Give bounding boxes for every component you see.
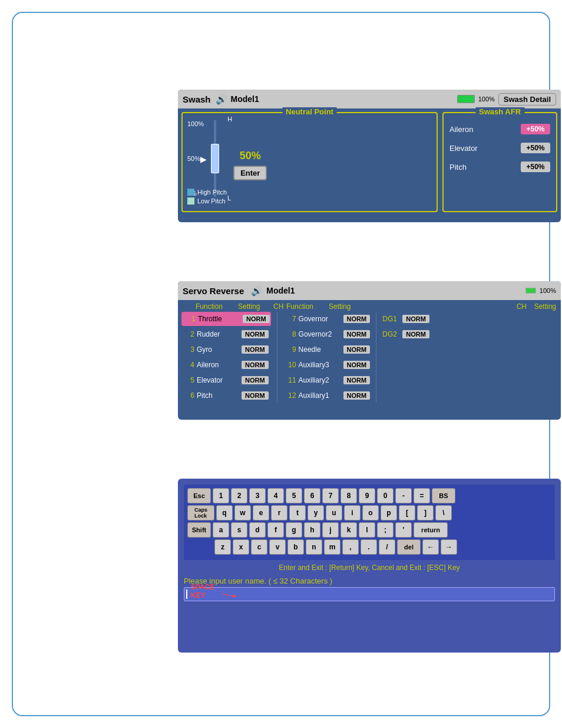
enter-button[interactable]: Enter [233,166,267,180]
key-n[interactable]: n [306,539,322,555]
key-rbracket[interactable]: ] [417,505,434,521]
key-minus[interactable]: - [395,488,412,503]
table-row[interactable]: 9 Needle NORM [283,342,371,357]
key-g[interactable]: g [286,522,302,538]
setting-dg2[interactable]: NORM [402,330,429,338]
p2-separator-2 [376,312,376,403]
key-0[interactable]: 0 [377,488,394,503]
ch-header-1 [183,302,196,311]
key-1[interactable]: 1 [213,488,229,503]
dg2-row[interactable]: DG2 NORM [382,327,429,341]
setting-rudder[interactable]: NORM [242,330,269,338]
key-slash[interactable]: / [379,539,395,555]
key-lbracket[interactable]: [ [399,505,415,521]
table-row[interactable]: 8 Governor2 NORM [283,327,371,341]
shift-key[interactable]: Shift [187,522,211,538]
bs-key[interactable]: BS [432,488,455,503]
key-x[interactable]: x [233,539,249,555]
capslock-key[interactable]: CapsLock [187,505,214,521]
key-semicolon[interactable]: ; [377,522,394,538]
setting-gyro[interactable]: NORM [242,345,269,354]
setting-aux1[interactable]: NORM [343,391,371,400]
setting-elevator[interactable]: NORM [242,376,269,384]
elevator-value[interactable]: +50% [521,143,550,153]
table-row[interactable]: 11 Auxiliary2 NORM [283,373,371,387]
swash-afr-section: Swash AFR Aileron +50% Elevator +50% Pit… [442,112,557,212]
setting-pitch[interactable]: NORM [242,391,269,400]
panel2-title: Servo Reverse [183,286,244,296]
aileron-value[interactable]: +50% [521,124,550,134]
setting-dg1[interactable]: NORM [402,315,429,323]
key-d[interactable]: d [249,522,266,538]
table-row[interactable]: 4 Aileron NORM [181,358,271,372]
key-f[interactable]: f [267,522,284,538]
return-key[interactable]: return [414,522,448,538]
np-slider[interactable]: ▶ H L [206,120,224,197]
key-s[interactable]: s [231,522,247,538]
ch-7: 7 [283,315,296,323]
setting-aux3[interactable]: NORM [343,361,371,369]
esc-key[interactable]: Esc [187,488,211,503]
speaker-icon-2: 🔊 [251,285,263,297]
key-3[interactable]: 3 [249,488,266,503]
del-key[interactable]: del [397,539,421,555]
setting-needle[interactable]: NORM [343,345,371,354]
key-4[interactable]: 4 [267,488,284,503]
low-pitch-legend: Low Pitch [187,197,227,205]
table-row[interactable]: 1 Throttle NORM [181,312,271,326]
key-7[interactable]: 7 [322,488,339,503]
key-j[interactable]: j [322,522,339,538]
legend-area: High Pitch Low Pitch [187,189,227,206]
key-equals[interactable]: = [414,488,430,503]
key-m[interactable]: m [324,539,340,555]
key-t[interactable]: t [289,505,306,521]
key-backslash[interactable]: \ [435,505,452,521]
table-row[interactable]: 2 Rudder NORM [181,327,271,341]
table-row[interactable]: 12 Auxiliary1 NORM [283,388,371,403]
table-row[interactable]: 3 Gyro NORM [181,342,271,357]
key-i[interactable]: i [344,505,361,521]
table-row[interactable]: 10 Auxiliary3 NORM [283,358,371,372]
key-a[interactable]: a [213,522,229,538]
setting-governor2[interactable]: NORM [343,330,371,338]
left-arrow-key[interactable]: ← [422,539,439,555]
key-period[interactable]: . [361,539,377,555]
dg1-row[interactable]: DG1 NORM [382,312,429,326]
pitch-value[interactable]: +50% [521,162,550,172]
key-v[interactable]: v [269,539,286,555]
key-q[interactable]: q [216,505,233,521]
ch-header-2: CH [273,302,286,311]
key-quote[interactable]: ' [395,522,412,538]
key-e[interactable]: e [253,505,269,521]
key-l[interactable]: l [359,522,375,538]
table-row[interactable]: 7 Governor NORM [283,312,371,326]
key-h[interactable]: h [304,522,320,538]
swash-detail-button[interactable]: Swash Detail [498,93,556,106]
key-u[interactable]: u [326,505,342,521]
key-2[interactable]: 2 [231,488,247,503]
setting-aux2[interactable]: NORM [343,376,371,384]
key-6[interactable]: 6 [304,488,320,503]
key-k[interactable]: k [340,522,357,538]
table-row[interactable]: 5 Elevator NORM [181,373,271,387]
setting-governor[interactable]: NORM [343,315,371,323]
key-z[interactable]: z [214,539,231,555]
key-y[interactable]: y [308,505,324,521]
setting-aileron[interactable]: NORM [242,361,269,369]
key-p[interactable]: p [381,505,397,521]
key-r[interactable]: r [271,505,287,521]
right-arrow-key[interactable]: → [441,539,457,555]
key-comma[interactable]: , [342,539,359,555]
setting-throttle[interactable]: NORM [243,315,270,323]
key-o[interactable]: o [362,505,379,521]
table-row[interactable]: 6 Pitch NORM [181,388,271,403]
ch-6: 6 [181,391,194,400]
key-9[interactable]: 9 [359,488,375,503]
key-5[interactable]: 5 [286,488,302,503]
elevator-row: Elevator +50% [449,143,550,153]
key-w[interactable]: w [234,505,251,521]
key-b[interactable]: b [287,539,304,555]
text-input-field[interactable] [184,587,555,601]
key-8[interactable]: 8 [340,488,357,503]
key-c[interactable]: c [251,539,267,555]
